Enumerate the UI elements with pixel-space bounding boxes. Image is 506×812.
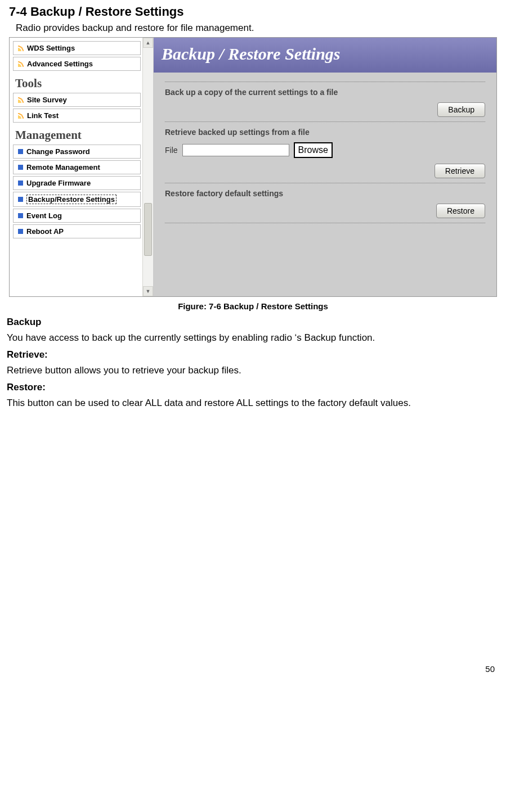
backup-heading: Backup xyxy=(7,317,499,328)
backup-paragraph: You have access to back up the currently… xyxy=(7,330,499,346)
sidebar-item-event-log[interactable]: Event Log xyxy=(13,209,141,223)
sidebar-item-label: Change Password xyxy=(26,147,90,156)
sidebar-item-label: WDS Settings xyxy=(27,44,75,52)
square-icon xyxy=(18,181,23,186)
scrollbar-vertical[interactable]: ▲ ▼ xyxy=(142,38,153,296)
sidebar: WDS Settings Advanced Settings Tools Sit… xyxy=(10,38,154,296)
restore-heading: Restore: xyxy=(7,382,499,393)
page-number: 50 xyxy=(7,664,495,674)
sidebar-item-reboot-ap[interactable]: Reboot AP xyxy=(13,224,141,238)
sidebar-item-wds-settings[interactable]: WDS Settings xyxy=(13,41,141,55)
scroll-down-icon[interactable]: ▼ xyxy=(143,286,153,296)
sidebar-item-label: Event Log xyxy=(26,211,62,220)
scroll-thumb[interactable] xyxy=(144,203,152,256)
figure-caption: Figure: 7-6 Backup / Restore Settings xyxy=(7,301,499,311)
divider xyxy=(165,183,485,183)
divider xyxy=(165,82,485,82)
wifi-icon xyxy=(18,61,24,67)
backup-button[interactable]: Backup xyxy=(437,102,485,117)
file-input[interactable] xyxy=(182,144,289,156)
wifi-icon xyxy=(18,46,24,51)
sidebar-item-change-password[interactable]: Change Password xyxy=(13,145,141,159)
square-icon xyxy=(18,165,23,170)
restore-button[interactable]: Restore xyxy=(436,204,485,218)
sidebar-item-label: Site Survey xyxy=(27,96,67,104)
scroll-up-icon[interactable]: ▲ xyxy=(143,38,153,48)
sidebar-item-link-test[interactable]: Link Test xyxy=(13,109,141,123)
square-icon xyxy=(18,149,23,154)
screenshot-container: WDS Settings Advanced Settings Tools Sit… xyxy=(9,37,497,297)
sidebar-item-label: Backup/Restore Settings xyxy=(26,195,117,204)
retrieve-section-label: Retrieve backed up settings from a file xyxy=(165,128,485,137)
restore-section-label: Restore factory default settings xyxy=(165,189,485,198)
sidebar-item-remote-management[interactable]: Remote Management xyxy=(13,160,141,174)
browse-button[interactable]: Browse xyxy=(294,142,333,158)
divider xyxy=(165,121,485,122)
sidebar-item-advanced-settings[interactable]: Advanced Settings xyxy=(13,57,141,71)
sidebar-item-label: Reboot AP xyxy=(26,227,64,236)
square-icon xyxy=(18,197,23,202)
sidebar-item-label: Remote Management xyxy=(26,163,100,172)
wifi-icon xyxy=(18,97,24,103)
page-title: Backup / Restore Settings xyxy=(154,38,496,73)
retrieve-heading: Retrieve: xyxy=(7,349,499,360)
section-heading: 7-4 Backup / Restore Settings xyxy=(9,4,499,19)
retrieve-paragraph: Retrieve button allows you to retrieve y… xyxy=(7,363,499,378)
restore-paragraph: This button can be used to clear ALL dat… xyxy=(7,395,499,411)
square-icon xyxy=(18,213,23,218)
sidebar-item-upgrade-firmware[interactable]: Upgrade Firmware xyxy=(13,176,141,190)
sidebar-heading-management: Management xyxy=(15,128,141,142)
backup-section-label: Back up a copy of the current settings t… xyxy=(165,88,485,97)
sidebar-heading-tools: Tools xyxy=(15,76,141,91)
sidebar-item-label: Upgrade Firmware xyxy=(26,179,91,187)
retrieve-button[interactable]: Retrieve xyxy=(435,164,485,178)
sidebar-item-backup-restore[interactable]: Backup/Restore Settings xyxy=(13,192,141,207)
divider xyxy=(165,223,485,223)
file-label: File xyxy=(165,146,178,155)
intro-text: Radio provides backup and restore for fi… xyxy=(16,22,499,34)
main-panel: Backup / Restore Settings Back up a copy… xyxy=(154,38,496,296)
sidebar-item-label: Advanced Settings xyxy=(27,60,93,68)
sidebar-item-label: Link Test xyxy=(27,111,59,120)
square-icon xyxy=(18,229,23,234)
sidebar-item-site-survey[interactable]: Site Survey xyxy=(13,93,141,107)
wifi-icon xyxy=(18,113,24,119)
